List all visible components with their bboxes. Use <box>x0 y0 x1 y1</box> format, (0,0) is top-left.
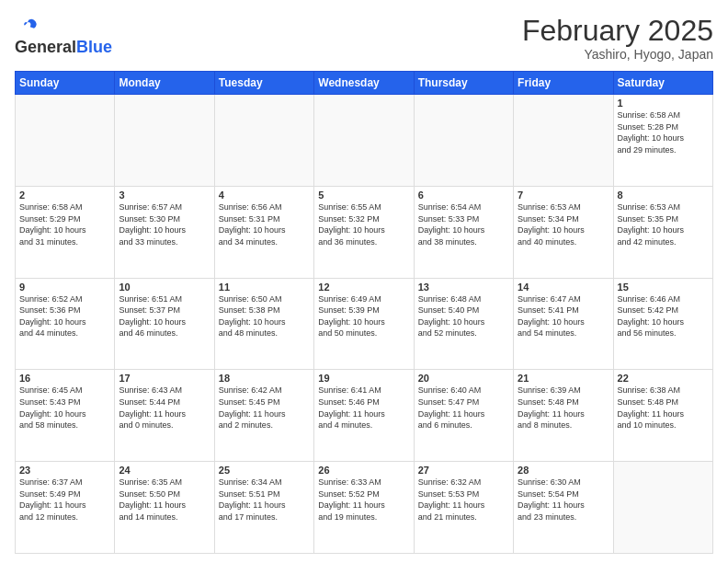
day-detail: Sunrise: 6:58 AM Sunset: 5:28 PM Dayligh… <box>618 109 709 155</box>
calendar-week-row: 1Sunrise: 6:58 AM Sunset: 5:28 PM Daylig… <box>16 95 713 187</box>
day-number: 5 <box>318 190 409 201</box>
day-detail: Sunrise: 6:47 AM Sunset: 5:41 PM Dayligh… <box>518 293 609 339</box>
day-number: 23 <box>19 465 110 476</box>
table-row: 27Sunrise: 6:32 AM Sunset: 5:53 PM Dayli… <box>414 462 513 554</box>
day-number: 28 <box>518 465 609 476</box>
day-detail: Sunrise: 6:32 AM Sunset: 5:53 PM Dayligh… <box>418 477 509 523</box>
day-number: 15 <box>618 282 709 293</box>
table-row <box>115 95 214 187</box>
day-number: 16 <box>19 373 110 384</box>
day-number: 25 <box>219 465 310 476</box>
table-row: 23Sunrise: 6:37 AM Sunset: 5:49 PM Dayli… <box>16 462 115 554</box>
table-row <box>514 95 613 187</box>
table-row: 8Sunrise: 6:53 AM Sunset: 5:35 PM Daylig… <box>613 186 712 278</box>
table-row: 5Sunrise: 6:55 AM Sunset: 5:32 PM Daylig… <box>314 186 414 278</box>
table-row: 11Sunrise: 6:50 AM Sunset: 5:38 PM Dayli… <box>214 278 313 370</box>
table-row: 16Sunrise: 6:45 AM Sunset: 5:43 PM Dayli… <box>16 370 115 462</box>
day-detail: Sunrise: 6:53 AM Sunset: 5:34 PM Dayligh… <box>518 201 609 247</box>
col-wednesday: Wednesday <box>314 72 414 95</box>
day-number: 12 <box>318 282 409 293</box>
day-number: 8 <box>618 190 709 201</box>
day-number: 3 <box>119 190 210 201</box>
day-number: 26 <box>318 465 409 476</box>
table-row: 4Sunrise: 6:56 AM Sunset: 5:31 PM Daylig… <box>214 186 313 278</box>
day-number: 1 <box>618 98 709 109</box>
col-monday: Monday <box>115 72 214 95</box>
table-row: 21Sunrise: 6:39 AM Sunset: 5:48 PM Dayli… <box>514 370 613 462</box>
day-detail: Sunrise: 6:30 AM Sunset: 5:54 PM Dayligh… <box>518 477 609 523</box>
table-row: 14Sunrise: 6:47 AM Sunset: 5:41 PM Dayli… <box>514 278 613 370</box>
day-number: 20 <box>418 373 509 384</box>
title-block: February 2025 Yashiro, Hyogo, Japan <box>522 15 713 62</box>
day-number: 2 <box>19 190 110 201</box>
table-row: 24Sunrise: 6:35 AM Sunset: 5:50 PM Dayli… <box>115 462 214 554</box>
calendar-week-row: 2Sunrise: 6:58 AM Sunset: 5:29 PM Daylig… <box>16 186 713 278</box>
day-detail: Sunrise: 6:35 AM Sunset: 5:50 PM Dayligh… <box>119 477 210 523</box>
day-number: 27 <box>418 465 509 476</box>
table-row: 13Sunrise: 6:48 AM Sunset: 5:40 PM Dayli… <box>414 278 513 370</box>
col-tuesday: Tuesday <box>214 72 313 95</box>
day-number: 7 <box>518 190 609 201</box>
col-saturday: Saturday <box>613 72 712 95</box>
day-number: 9 <box>19 282 110 293</box>
day-detail: Sunrise: 6:38 AM Sunset: 5:48 PM Dayligh… <box>618 385 709 431</box>
table-row: 6Sunrise: 6:54 AM Sunset: 5:33 PM Daylig… <box>414 186 513 278</box>
day-number: 13 <box>418 282 509 293</box>
table-row: 2Sunrise: 6:58 AM Sunset: 5:29 PM Daylig… <box>16 186 115 278</box>
table-row <box>613 462 712 554</box>
day-number: 10 <box>119 282 210 293</box>
logo-blue-text: Blue <box>76 39 112 57</box>
day-detail: Sunrise: 6:34 AM Sunset: 5:51 PM Dayligh… <box>219 477 310 523</box>
day-number: 17 <box>119 373 210 384</box>
table-row: 10Sunrise: 6:51 AM Sunset: 5:37 PM Dayli… <box>115 278 214 370</box>
day-number: 18 <box>219 373 310 384</box>
day-number: 11 <box>219 282 310 293</box>
day-detail: Sunrise: 6:53 AM Sunset: 5:35 PM Dayligh… <box>618 201 709 247</box>
table-row: 12Sunrise: 6:49 AM Sunset: 5:39 PM Dayli… <box>314 278 414 370</box>
table-row: 28Sunrise: 6:30 AM Sunset: 5:54 PM Dayli… <box>514 462 613 554</box>
calendar-week-row: 9Sunrise: 6:52 AM Sunset: 5:36 PM Daylig… <box>16 278 713 370</box>
table-row <box>414 95 513 187</box>
day-detail: Sunrise: 6:42 AM Sunset: 5:45 PM Dayligh… <box>219 385 310 431</box>
day-number: 24 <box>119 465 210 476</box>
day-detail: Sunrise: 6:58 AM Sunset: 5:29 PM Dayligh… <box>19 201 110 247</box>
calendar-week-row: 23Sunrise: 6:37 AM Sunset: 5:49 PM Dayli… <box>16 462 713 554</box>
day-detail: Sunrise: 6:48 AM Sunset: 5:40 PM Dayligh… <box>418 293 509 339</box>
col-thursday: Thursday <box>414 72 513 95</box>
day-detail: Sunrise: 6:49 AM Sunset: 5:39 PM Dayligh… <box>318 293 409 339</box>
location: Yashiro, Hyogo, Japan <box>522 47 713 62</box>
table-row: 9Sunrise: 6:52 AM Sunset: 5:36 PM Daylig… <box>16 278 115 370</box>
col-sunday: Sunday <box>16 72 115 95</box>
day-number: 4 <box>219 190 310 201</box>
logo: General Blue <box>15 15 112 57</box>
day-detail: Sunrise: 6:45 AM Sunset: 5:43 PM Dayligh… <box>19 385 110 431</box>
day-number: 21 <box>518 373 609 384</box>
table-row <box>16 95 115 187</box>
day-detail: Sunrise: 6:39 AM Sunset: 5:48 PM Dayligh… <box>518 385 609 431</box>
day-detail: Sunrise: 6:46 AM Sunset: 5:42 PM Dayligh… <box>618 293 709 339</box>
table-row: 15Sunrise: 6:46 AM Sunset: 5:42 PM Dayli… <box>613 278 712 370</box>
logo-icon <box>17 15 37 35</box>
day-number: 22 <box>618 373 709 384</box>
page: General Blue February 2025 Yashiro, Hyog… <box>0 0 728 563</box>
day-number: 14 <box>518 282 609 293</box>
table-row: 3Sunrise: 6:57 AM Sunset: 5:30 PM Daylig… <box>115 186 214 278</box>
day-number: 6 <box>418 190 509 201</box>
header: General Blue February 2025 Yashiro, Hyog… <box>15 15 713 62</box>
col-friday: Friday <box>514 72 613 95</box>
table-row: 26Sunrise: 6:33 AM Sunset: 5:52 PM Dayli… <box>314 462 414 554</box>
table-row: 25Sunrise: 6:34 AM Sunset: 5:51 PM Dayli… <box>214 462 313 554</box>
day-detail: Sunrise: 6:57 AM Sunset: 5:30 PM Dayligh… <box>119 201 210 247</box>
day-detail: Sunrise: 6:43 AM Sunset: 5:44 PM Dayligh… <box>119 385 210 431</box>
day-detail: Sunrise: 6:33 AM Sunset: 5:52 PM Dayligh… <box>318 477 409 523</box>
table-row: 18Sunrise: 6:42 AM Sunset: 5:45 PM Dayli… <box>214 370 313 462</box>
table-row <box>214 95 313 187</box>
table-row: 22Sunrise: 6:38 AM Sunset: 5:48 PM Dayli… <box>613 370 712 462</box>
table-row: 20Sunrise: 6:40 AM Sunset: 5:47 PM Dayli… <box>414 370 513 462</box>
table-row: 17Sunrise: 6:43 AM Sunset: 5:44 PM Dayli… <box>115 370 214 462</box>
day-detail: Sunrise: 6:50 AM Sunset: 5:38 PM Dayligh… <box>219 293 310 339</box>
day-detail: Sunrise: 6:37 AM Sunset: 5:49 PM Dayligh… <box>19 477 110 523</box>
table-row: 7Sunrise: 6:53 AM Sunset: 5:34 PM Daylig… <box>514 186 613 278</box>
calendar: Sunday Monday Tuesday Wednesday Thursday… <box>15 71 713 554</box>
table-row: 19Sunrise: 6:41 AM Sunset: 5:46 PM Dayli… <box>314 370 414 462</box>
